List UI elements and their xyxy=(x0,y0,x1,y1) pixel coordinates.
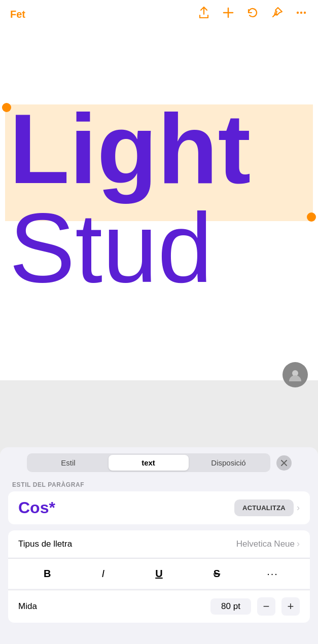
canvas-text[interactable]: Light Stud xyxy=(0,99,318,297)
avatar xyxy=(282,362,308,387)
font-value: Helvetica Neue › xyxy=(236,539,300,549)
chevron-font-icon: › xyxy=(297,539,300,549)
svg-point-2 xyxy=(304,12,306,14)
size-label: Mida xyxy=(18,601,37,612)
handle-bottom-right[interactable] xyxy=(307,212,316,222)
tab-estil[interactable]: Estil xyxy=(28,455,109,471)
svg-point-0 xyxy=(297,12,299,14)
chevron-right-icon: › xyxy=(297,503,300,513)
strikethrough-button[interactable]: S xyxy=(209,566,224,582)
toolbar-icons xyxy=(197,6,308,22)
more-icon[interactable] xyxy=(295,6,308,22)
paragraph-style-label: ESTIL DEL PARÀGRAF xyxy=(0,477,318,491)
size-decrease-button[interactable]: − xyxy=(257,597,275,616)
share-icon[interactable] xyxy=(197,6,210,22)
font-row[interactable]: Tipus de lletra Helvetica Neue › xyxy=(8,530,310,557)
underline-button[interactable]: U xyxy=(151,566,166,582)
size-value: 80 pt xyxy=(210,598,251,615)
pin-icon[interactable] xyxy=(270,6,284,22)
bottom-panel: Estil text Disposició ESTIL DEL PARÀGRAF… xyxy=(0,447,318,644)
update-button[interactable]: ACTUALITZA xyxy=(234,499,294,516)
svg-point-1 xyxy=(300,12,302,14)
size-row: Mida 80 pt − + xyxy=(8,590,310,623)
size-increase-button[interactable]: + xyxy=(281,597,300,616)
tab-text[interactable]: text xyxy=(109,455,189,471)
more-format-button[interactable]: ··· xyxy=(267,568,278,580)
paragraph-style-name: Cos* xyxy=(18,498,55,517)
tab-disposicio[interactable]: Disposició xyxy=(189,455,269,471)
format-row: B I U S ··· xyxy=(8,559,310,589)
italic-button[interactable]: I xyxy=(98,566,109,582)
canvas-area: Light Stud xyxy=(0,28,318,363)
paragraph-style-row[interactable]: Cos* ACTUALITZA › xyxy=(8,491,310,524)
add-icon[interactable] xyxy=(222,6,235,22)
bold-button[interactable]: B xyxy=(40,566,55,582)
done-button[interactable]: Fet xyxy=(10,9,25,20)
handle-top-left[interactable] xyxy=(2,103,11,112)
close-panel-button[interactable] xyxy=(276,455,292,471)
canvas-text-line2: Stud xyxy=(0,198,318,297)
tab-bar-inner: Estil text Disposició xyxy=(27,453,270,472)
paragraph-style-controls: ACTUALITZA › xyxy=(234,499,300,516)
size-controls: 80 pt − + xyxy=(210,597,300,616)
font-label: Tipus de lletra xyxy=(18,539,72,549)
toolbar: Fet xyxy=(0,0,318,28)
canvas-text-line1: Light xyxy=(0,99,318,198)
undo-icon[interactable] xyxy=(246,6,259,22)
tab-bar: Estil text Disposició xyxy=(0,447,318,477)
